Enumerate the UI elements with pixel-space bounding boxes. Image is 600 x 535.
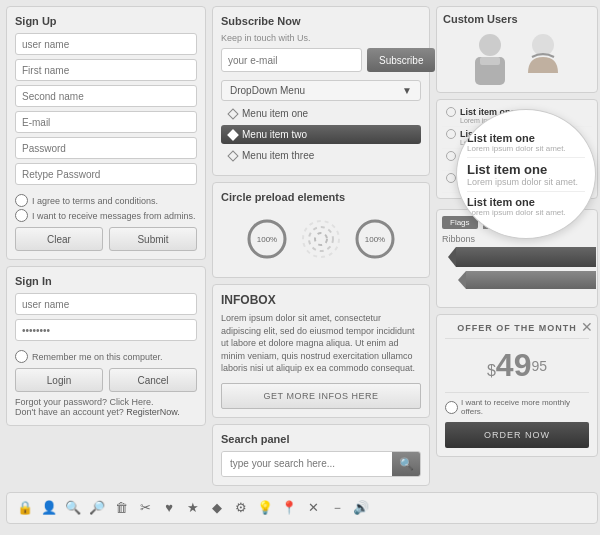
svg-point-7 bbox=[479, 34, 501, 56]
subscribe-button[interactable]: Subscribe bbox=[367, 48, 435, 72]
subscribe-subtitle: Keep in touch with Us. bbox=[221, 33, 421, 43]
retype-password-input[interactable] bbox=[15, 163, 197, 185]
mag-sub-3: Lorem ipsum dolor sit amet. bbox=[467, 208, 585, 217]
offer-checkbox-group: I want to receive more monthly offers. bbox=[445, 398, 589, 416]
pin-icon[interactable]: 📍 bbox=[279, 498, 299, 518]
menu-label-2: Menu item two bbox=[242, 129, 307, 140]
offer-cents: 95 bbox=[531, 358, 547, 374]
clear-button[interactable]: Clear bbox=[15, 227, 103, 251]
zoom-icon[interactable]: 🔎 bbox=[87, 498, 107, 518]
password-input[interactable] bbox=[15, 137, 197, 159]
offer-panel: ✕ OFFER OF THE MONTH $4995 I want to rec… bbox=[436, 314, 598, 457]
search-panel: Search panel 🔍 bbox=[212, 424, 430, 486]
list-radio-4 bbox=[446, 173, 456, 183]
signin-username-input[interactable] bbox=[15, 293, 197, 315]
offer-title: OFFER OF THE MONTH bbox=[445, 323, 589, 333]
firstname-input[interactable] bbox=[15, 59, 197, 81]
agree-checkbox[interactable] bbox=[15, 194, 28, 207]
cancel-button[interactable]: Cancel bbox=[109, 368, 197, 392]
signup-checkboxes: I agree to terms and conditions. I want … bbox=[15, 194, 197, 222]
menu-diamond-icon-1 bbox=[227, 108, 238, 119]
infobox-button[interactable]: GET MORE INFOS HERE bbox=[221, 383, 421, 409]
bottom-toolbar: 🔒 👤 🔍 🔎 🗑 ✂ ♥ ★ ◆ ⚙ 💡 📍 ✕ － 🔊 bbox=[6, 492, 598, 524]
trash-icon[interactable]: 🗑 bbox=[111, 498, 131, 518]
signup-title: Sign Up bbox=[15, 15, 197, 27]
svg-rect-9 bbox=[480, 57, 500, 65]
offer-price: $4995 bbox=[445, 347, 589, 384]
custom-users-title: Custom Users bbox=[443, 13, 591, 25]
female-avatar bbox=[521, 31, 566, 86]
infobox-text: Lorem ipsum dolor sit amet, consectetur … bbox=[221, 312, 421, 375]
search-icon[interactable]: 🔍 bbox=[63, 498, 83, 518]
diamond-icon[interactable]: ◆ bbox=[207, 498, 227, 518]
remember-label: Remember me on this computer. bbox=[32, 352, 163, 362]
ribbon-2 bbox=[466, 271, 596, 289]
menu-diamond-icon-3 bbox=[227, 150, 238, 161]
subscribe-email-input[interactable] bbox=[221, 48, 362, 72]
register-link[interactable]: RegisterNow. bbox=[126, 407, 180, 417]
scissors-icon[interactable]: ✂ bbox=[135, 498, 155, 518]
menu-label-3: Menu item three bbox=[242, 150, 314, 161]
agree-label: I agree to terms and conditions. bbox=[32, 196, 158, 206]
list-items-section: List item oneLorem ipsum dolor sit amet.… bbox=[436, 99, 598, 203]
order-button[interactable]: ORDER NOW bbox=[445, 422, 589, 448]
circle-2 bbox=[299, 217, 343, 261]
menu-label-1: Menu item one bbox=[242, 108, 308, 119]
subscribe-title: Subscribe Now bbox=[221, 15, 421, 27]
offer-close-icon[interactable]: ✕ bbox=[581, 319, 593, 335]
lock-icon[interactable]: 🔒 bbox=[15, 498, 35, 518]
signup-panel: Sign Up I agree to terms and conditions.… bbox=[6, 6, 206, 260]
offer-checkbox-label: I want to receive more monthly offers. bbox=[461, 398, 589, 416]
svg-point-10 bbox=[532, 34, 554, 56]
subscribe-panel: Subscribe Now Keep in touch with Us. Sub… bbox=[212, 6, 430, 176]
search-input[interactable] bbox=[222, 452, 392, 476]
circles-row: 100% 100% bbox=[221, 209, 421, 269]
search-row: 🔍 bbox=[221, 451, 421, 477]
users-avatars bbox=[443, 31, 591, 86]
magnified-overlay: List item one Lorem ipsum dolor sit amet… bbox=[456, 109, 596, 239]
search-title: Search panel bbox=[221, 433, 421, 445]
dropdown-chevron-icon: ▼ bbox=[402, 85, 412, 96]
signin-password-input[interactable] bbox=[15, 319, 197, 341]
email-input[interactable] bbox=[15, 111, 197, 133]
mag-title-2: List item one bbox=[467, 162, 585, 177]
list-radio-2 bbox=[446, 129, 456, 139]
ribbon-1-left bbox=[448, 247, 456, 267]
infobox-title: INFOBOX bbox=[221, 293, 421, 307]
mag-sub-2: Lorem ipsum dolor sit amet. bbox=[467, 177, 585, 187]
secondname-input[interactable] bbox=[15, 85, 197, 107]
svg-point-3 bbox=[309, 227, 333, 251]
close-icon[interactable]: ✕ bbox=[303, 498, 323, 518]
username-input[interactable] bbox=[15, 33, 197, 55]
menu-item-1[interactable]: Menu item one bbox=[221, 104, 421, 123]
submit-button[interactable]: Submit bbox=[109, 227, 197, 251]
mag-title-1: List item one bbox=[467, 132, 585, 144]
star-icon[interactable]: ★ bbox=[183, 498, 203, 518]
heart-icon[interactable]: ♥ bbox=[159, 498, 179, 518]
circle-label-1: 100% bbox=[257, 235, 277, 244]
dropdown-label: DropDown Menu bbox=[230, 85, 305, 96]
user-icon[interactable]: 👤 bbox=[39, 498, 59, 518]
dropdown-header[interactable]: DropDown Menu ▼ bbox=[221, 80, 421, 101]
ribbon-2-left bbox=[458, 271, 466, 289]
volume-icon[interactable]: 🔊 bbox=[351, 498, 371, 518]
signin-links: Forgot your password? Click Here. Don't … bbox=[15, 397, 197, 417]
offer-checkbox[interactable] bbox=[445, 401, 458, 414]
menu-diamond-icon-2 bbox=[227, 129, 238, 140]
bulb-icon[interactable]: 💡 bbox=[255, 498, 275, 518]
gear-icon[interactable]: ⚙ bbox=[231, 498, 251, 518]
search-button[interactable]: 🔍 bbox=[392, 452, 420, 476]
offer-currency: $ bbox=[487, 362, 496, 379]
dropdown-section: DropDown Menu ▼ Menu item one Menu item … bbox=[221, 80, 421, 165]
custom-users-panel: Custom Users bbox=[436, 6, 598, 93]
remember-checkbox[interactable] bbox=[15, 350, 28, 363]
circle-1: 100% bbox=[245, 217, 289, 261]
login-button[interactable]: Login bbox=[15, 368, 103, 392]
menu-item-2[interactable]: Menu item two bbox=[221, 125, 421, 144]
messages-checkbox[interactable] bbox=[15, 209, 28, 222]
minus-icon[interactable]: － bbox=[327, 498, 347, 518]
mag-item-3: List item one Lorem ipsum dolor sit amet… bbox=[467, 191, 585, 217]
menu-item-3[interactable]: Menu item three bbox=[221, 146, 421, 165]
flags-label: Flags bbox=[442, 216, 478, 229]
male-avatar bbox=[468, 31, 513, 86]
